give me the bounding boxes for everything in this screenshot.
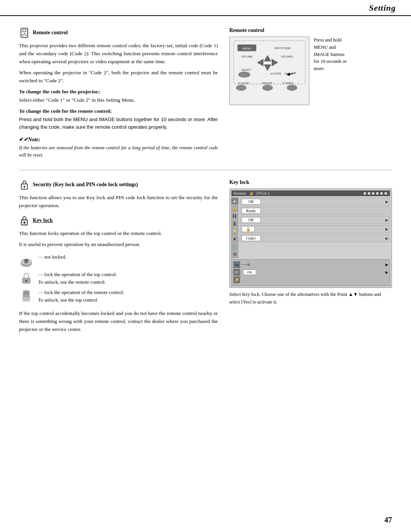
sec-topbar-icons: 🔲🔲🔲🔲🔲🔲	[363, 192, 388, 195]
keylock-caption: Select Key lock. Choose one of the alter…	[229, 291, 392, 306]
svg-point-22	[236, 85, 246, 91]
lock-icon-1	[19, 271, 33, 285]
svg-rect-1	[22, 30, 26, 32]
security-section: Security (Key lock and PIN code lock set…	[19, 179, 392, 336]
svg-marker-13	[257, 59, 263, 66]
sec-sub-icon-1: P2	[233, 269, 240, 276]
svg-text:KEYSTONE: KEYSTONE	[274, 46, 291, 50]
remote-control-icon	[19, 27, 30, 38]
security-header: Security (Key lock and PIN code lock set…	[19, 179, 218, 190]
svg-point-37	[25, 280, 27, 282]
keylock-right: Key lock Security 🔒 SVGA 1 🔲🔲🔲🔲🔲🔲 ▲ 🔒	[229, 179, 392, 336]
keylock-right-title: Key lock	[229, 179, 392, 185]
lock-row-1: ···· lock the operation of the top contr…	[19, 271, 218, 286]
sub-heading-remote: To change the code for the remote contro…	[19, 108, 218, 114]
remote-diagram: MENU KEYSTONE VOLUME- VOLUME+	[229, 37, 392, 107]
sec-icon-5: ▼	[231, 236, 238, 243]
svg-point-4	[25, 35, 27, 36]
sec-icon-0: ▲	[231, 198, 238, 204]
svg-point-2	[24, 33, 25, 34]
remote-caption: Press and hold MENU and IMAGE buttons fo…	[314, 37, 347, 72]
keylock-header: Key lock	[19, 215, 218, 226]
sec-sub-icon-2: 🔑	[233, 276, 240, 283]
sec-sub-value-1: Off	[243, 270, 256, 275]
lock-icons: ···· not locked. ···· lock the operation…	[19, 253, 218, 304]
sec-sub-panel: 📺 ~~~/0 ▶ P2 Off ▶ 🔑	[231, 259, 390, 286]
sub-heading-projector: To change the code for the projector;	[19, 89, 218, 95]
sec-main-content: ▲ 🔒 🎞 🎛 💡 ▼ 🔧 ⚙ Off ▶	[231, 198, 390, 258]
svg-point-30	[24, 222, 25, 223]
sec-sub-row-0: 📺 ~~~/0 ▶	[233, 261, 389, 268]
content-area: Remote control This projector provides t…	[0, 16, 411, 363]
sec-icon-4: 💡	[231, 228, 238, 235]
lock-text-1: ···· lock the operation of the top contr…	[38, 271, 117, 286]
security-bottom-text: If the top control accidentally becomes …	[19, 310, 218, 334]
security-left: Security (Key lock and PIN code lock set…	[19, 179, 218, 336]
keylock-body1: This function locks operation of the top…	[19, 230, 218, 238]
sec-menu-row-0: Off ▶	[240, 198, 390, 206]
svg-point-23	[262, 85, 273, 91]
sec-menu-row-4: Code1 ▶	[240, 234, 390, 242]
remote-right-title: Remote control	[229, 27, 392, 34]
keylock-title: Key lock	[33, 217, 53, 224]
page-title: Setting	[369, 3, 396, 13]
remote-control-body1: This projector provides two different re…	[19, 42, 218, 66]
remote-control-header: Remote control	[19, 27, 218, 38]
svg-point-35	[25, 259, 27, 262]
sec-icon-col: ▲ 🔒 🎞 🎛 💡 ▼ 🔧 ⚙	[231, 198, 238, 258]
section-divider	[19, 170, 392, 170]
sec-topbar-title: Security	[234, 191, 246, 195]
page-number: 47	[384, 516, 392, 524]
lock-text-2: ···· lock the operation of the remote co…	[38, 289, 124, 304]
sec-topbar-icon: 🔒	[249, 192, 253, 195]
svg-text:VOLUME+: VOLUME+	[280, 55, 293, 58]
keylock-body2: It is useful to prevent operation by an …	[19, 241, 218, 249]
svg-point-27	[24, 186, 25, 187]
sec-menu-row-2: Off ▶	[240, 216, 390, 224]
sec-icon-1: 🔒	[231, 205, 238, 212]
security-title: Security (Key lock and PIN code lock set…	[33, 182, 138, 188]
remote-control-section: Remote control This projector provides t…	[19, 27, 392, 158]
security-icon	[19, 179, 30, 190]
svg-text:AUTOPE: AUTOPE	[270, 72, 281, 75]
lock-row-0: ···· not locked.	[19, 253, 218, 268]
svg-text:P TIMER: P TIMER	[282, 82, 293, 85]
sec-sub-arrow-1: ▶	[386, 270, 388, 274]
note-title: ✔✔Note:	[19, 136, 218, 143]
page-header: Setting	[0, 0, 411, 16]
sec-sub-icon-0: 📺	[233, 261, 240, 268]
remote-control-body2: When operating the projector in "Code 2"…	[19, 69, 218, 85]
lock-icon-2	[19, 289, 33, 303]
svg-text:VOLUME-: VOLUME-	[241, 55, 253, 58]
sec-menu-row-1: Ready	[240, 207, 390, 215]
sec-icon-2: 🎞	[231, 213, 238, 220]
svg-text:FREEZE: FREEZE	[262, 82, 272, 85]
lock-row-2: ···· lock the operation of the remote co…	[19, 289, 218, 304]
lock-icon-0	[19, 253, 33, 268]
svg-marker-14	[271, 59, 278, 66]
svg-point-24	[287, 85, 297, 91]
svg-point-3	[22, 35, 24, 36]
sec-sub-label-0: ~~~/0	[242, 263, 250, 267]
svg-text:SELECT: SELECT	[241, 69, 252, 71]
sec-topbar: Security 🔒 SVGA 1 🔲🔲🔲🔲🔲🔲	[231, 190, 390, 196]
remote-control-right: Remote control MENU KEYSTONE VOLUME-	[229, 27, 392, 158]
remote-control-title: Remote control	[33, 30, 68, 36]
sec-icon-7: ⚙	[231, 251, 238, 258]
note-box: ✔✔Note: If the batteries are removed fro…	[19, 136, 218, 159]
sec-topbar-label: SVGA 1	[256, 191, 269, 195]
sec-sub-row-1: P2 Off ▶	[233, 269, 389, 276]
sec-icon-6: 🔧	[231, 243, 238, 250]
sub-text-projector: Select either "Code 1" or "Code 2" in th…	[19, 96, 218, 104]
svg-text:MENU: MENU	[242, 47, 252, 50]
security-body: This function allows you to use Key lock…	[19, 194, 218, 210]
lock-text-0: ···· not locked.	[38, 253, 66, 261]
svg-rect-41	[22, 297, 30, 301]
svg-text:D.ZOOM: D.ZOOM	[238, 82, 249, 85]
sec-sub-row-2: 🔑	[233, 276, 389, 283]
svg-marker-11	[264, 55, 271, 61]
note-text: If the batteries are removed from the re…	[19, 144, 218, 159]
svg-point-18	[238, 72, 250, 78]
note-checkmark: ✔	[19, 137, 24, 142]
sec-sub-arrow-0: ▶	[386, 263, 388, 267]
